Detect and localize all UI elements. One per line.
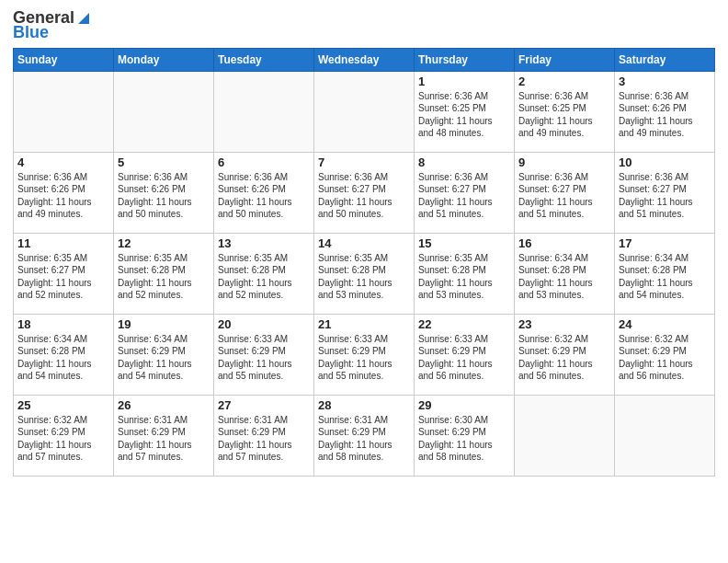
day-number: 17: [619, 236, 711, 250]
day-info: Sunrise: 6:31 AM Sunset: 6:29 PM Dayligh…: [218, 414, 310, 464]
calendar-cell: 19Sunrise: 6:34 AM Sunset: 6:29 PM Dayli…: [114, 314, 214, 395]
calendar-cell: 16Sunrise: 6:34 AM Sunset: 6:28 PM Dayli…: [515, 233, 615, 314]
calendar-cell: [615, 395, 715, 476]
day-of-week-header: Saturday: [615, 48, 715, 71]
day-number: 22: [418, 317, 510, 331]
calendar-cell: 24Sunrise: 6:32 AM Sunset: 6:29 PM Dayli…: [615, 314, 715, 395]
calendar-cell: [14, 71, 114, 152]
day-info: Sunrise: 6:36 AM Sunset: 6:25 PM Dayligh…: [518, 90, 610, 140]
calendar-cell: 20Sunrise: 6:33 AM Sunset: 6:29 PM Dayli…: [214, 314, 314, 395]
day-number: 27: [218, 398, 310, 412]
logo: General Blue: [13, 9, 92, 42]
day-of-week-header: Thursday: [415, 48, 515, 71]
calendar-cell: 23Sunrise: 6:32 AM Sunset: 6:29 PM Dayli…: [515, 314, 615, 395]
day-number: 2: [518, 75, 610, 88]
day-number: 14: [318, 236, 410, 250]
day-number: 10: [619, 155, 711, 169]
day-number: 6: [218, 155, 310, 169]
day-of-week-header: Friday: [515, 48, 615, 71]
day-info: Sunrise: 6:35 AM Sunset: 6:28 PM Dayligh…: [218, 252, 310, 302]
day-info: Sunrise: 6:33 AM Sunset: 6:29 PM Dayligh…: [418, 333, 510, 383]
calendar-cell: 17Sunrise: 6:34 AM Sunset: 6:28 PM Dayli…: [615, 233, 715, 314]
day-info: Sunrise: 6:30 AM Sunset: 6:29 PM Dayligh…: [418, 414, 510, 464]
calendar-cell: 4Sunrise: 6:36 AM Sunset: 6:26 PM Daylig…: [14, 152, 114, 233]
day-info: Sunrise: 6:33 AM Sunset: 6:29 PM Dayligh…: [318, 333, 410, 383]
calendar-cell: 28Sunrise: 6:31 AM Sunset: 6:29 PM Dayli…: [314, 395, 415, 476]
calendar-cell: 11Sunrise: 6:35 AM Sunset: 6:27 PM Dayli…: [14, 233, 114, 314]
day-info: Sunrise: 6:35 AM Sunset: 6:28 PM Dayligh…: [418, 252, 510, 302]
svg-marker-0: [78, 13, 89, 24]
day-info: Sunrise: 6:35 AM Sunset: 6:27 PM Dayligh…: [17, 252, 109, 302]
calendar-cell: 18Sunrise: 6:34 AM Sunset: 6:28 PM Dayli…: [14, 314, 114, 395]
day-info: Sunrise: 6:36 AM Sunset: 6:26 PM Dayligh…: [118, 171, 210, 221]
day-info: Sunrise: 6:32 AM Sunset: 6:29 PM Dayligh…: [619, 333, 711, 383]
calendar-cell: [314, 71, 415, 152]
calendar-week-row: 11Sunrise: 6:35 AM Sunset: 6:27 PM Dayli…: [14, 233, 715, 314]
day-number: 25: [17, 398, 109, 412]
day-info: Sunrise: 6:36 AM Sunset: 6:26 PM Dayligh…: [619, 90, 711, 140]
calendar-week-row: 4Sunrise: 6:36 AM Sunset: 6:26 PM Daylig…: [14, 152, 715, 233]
calendar-cell: [214, 71, 314, 152]
day-number: 7: [318, 155, 410, 169]
day-number: 16: [518, 236, 610, 250]
calendar-cell: 25Sunrise: 6:32 AM Sunset: 6:29 PM Dayli…: [14, 395, 114, 476]
day-info: Sunrise: 6:36 AM Sunset: 6:25 PM Dayligh…: [418, 90, 510, 140]
calendar-cell: 5Sunrise: 6:36 AM Sunset: 6:26 PM Daylig…: [114, 152, 214, 233]
calendar-cell: 15Sunrise: 6:35 AM Sunset: 6:28 PM Dayli…: [415, 233, 515, 314]
day-info: Sunrise: 6:34 AM Sunset: 6:28 PM Dayligh…: [17, 333, 109, 383]
header: General Blue: [13, 9, 715, 42]
day-info: Sunrise: 6:32 AM Sunset: 6:29 PM Dayligh…: [518, 333, 610, 383]
calendar-cell: 7Sunrise: 6:36 AM Sunset: 6:27 PM Daylig…: [314, 152, 415, 233]
day-number: 18: [17, 317, 109, 331]
calendar-cell: 13Sunrise: 6:35 AM Sunset: 6:28 PM Dayli…: [214, 233, 314, 314]
calendar-cell: 26Sunrise: 6:31 AM Sunset: 6:29 PM Dayli…: [114, 395, 214, 476]
day-info: Sunrise: 6:33 AM Sunset: 6:29 PM Dayligh…: [218, 333, 310, 383]
day-number: 29: [418, 398, 510, 412]
calendar-cell: 6Sunrise: 6:36 AM Sunset: 6:26 PM Daylig…: [214, 152, 314, 233]
day-of-week-header: Wednesday: [314, 48, 415, 71]
day-number: 21: [318, 317, 410, 331]
day-info: Sunrise: 6:35 AM Sunset: 6:28 PM Dayligh…: [318, 252, 410, 302]
calendar-cell: 1Sunrise: 6:36 AM Sunset: 6:25 PM Daylig…: [415, 71, 515, 152]
calendar-cell: 12Sunrise: 6:35 AM Sunset: 6:28 PM Dayli…: [114, 233, 214, 314]
calendar-cell: 8Sunrise: 6:36 AM Sunset: 6:27 PM Daylig…: [415, 152, 515, 233]
calendar-cell: 14Sunrise: 6:35 AM Sunset: 6:28 PM Dayli…: [314, 233, 415, 314]
calendar-cell: 22Sunrise: 6:33 AM Sunset: 6:29 PM Dayli…: [415, 314, 515, 395]
day-of-week-header: Tuesday: [214, 48, 314, 71]
day-info: Sunrise: 6:36 AM Sunset: 6:27 PM Dayligh…: [619, 171, 711, 221]
day-info: Sunrise: 6:36 AM Sunset: 6:27 PM Dayligh…: [518, 171, 610, 221]
day-number: 8: [418, 155, 510, 169]
day-info: Sunrise: 6:32 AM Sunset: 6:29 PM Dayligh…: [17, 414, 109, 464]
calendar-header: SundayMondayTuesdayWednesdayThursdayFrid…: [14, 48, 715, 71]
day-info: Sunrise: 6:36 AM Sunset: 6:26 PM Dayligh…: [218, 171, 310, 221]
day-number: 28: [318, 398, 410, 412]
day-number: 12: [118, 236, 210, 250]
calendar-cell: 29Sunrise: 6:30 AM Sunset: 6:29 PM Dayli…: [415, 395, 515, 476]
calendar-cell: [114, 71, 214, 152]
day-number: 1: [418, 75, 510, 88]
calendar-cell: 27Sunrise: 6:31 AM Sunset: 6:29 PM Dayli…: [214, 395, 314, 476]
day-number: 11: [17, 236, 109, 250]
day-number: 26: [118, 398, 210, 412]
day-info: Sunrise: 6:36 AM Sunset: 6:27 PM Dayligh…: [418, 171, 510, 221]
day-number: 20: [218, 317, 310, 331]
calendar-week-row: 25Sunrise: 6:32 AM Sunset: 6:29 PM Dayli…: [14, 395, 715, 476]
calendar-cell: 10Sunrise: 6:36 AM Sunset: 6:27 PM Dayli…: [615, 152, 715, 233]
day-info: Sunrise: 6:34 AM Sunset: 6:28 PM Dayligh…: [619, 252, 711, 302]
calendar-week-row: 1Sunrise: 6:36 AM Sunset: 6:25 PM Daylig…: [14, 71, 715, 152]
day-number: 19: [118, 317, 210, 331]
day-of-week-header: Sunday: [14, 48, 114, 71]
day-number: 13: [218, 236, 310, 250]
calendar-cell: 2Sunrise: 6:36 AM Sunset: 6:25 PM Daylig…: [515, 71, 615, 152]
logo-blue-text: Blue: [13, 24, 49, 42]
calendar-table: SundayMondayTuesdayWednesdayThursdayFrid…: [13, 48, 715, 477]
day-info: Sunrise: 6:36 AM Sunset: 6:27 PM Dayligh…: [318, 171, 410, 221]
day-info: Sunrise: 6:31 AM Sunset: 6:29 PM Dayligh…: [318, 414, 410, 464]
day-info: Sunrise: 6:36 AM Sunset: 6:26 PM Dayligh…: [17, 171, 109, 221]
calendar-week-row: 18Sunrise: 6:34 AM Sunset: 6:28 PM Dayli…: [14, 314, 715, 395]
calendar-cell: 9Sunrise: 6:36 AM Sunset: 6:27 PM Daylig…: [515, 152, 615, 233]
day-number: 5: [118, 155, 210, 169]
day-number: 4: [17, 155, 109, 169]
day-of-week-header: Monday: [114, 48, 214, 71]
calendar-cell: 21Sunrise: 6:33 AM Sunset: 6:29 PM Dayli…: [314, 314, 415, 395]
